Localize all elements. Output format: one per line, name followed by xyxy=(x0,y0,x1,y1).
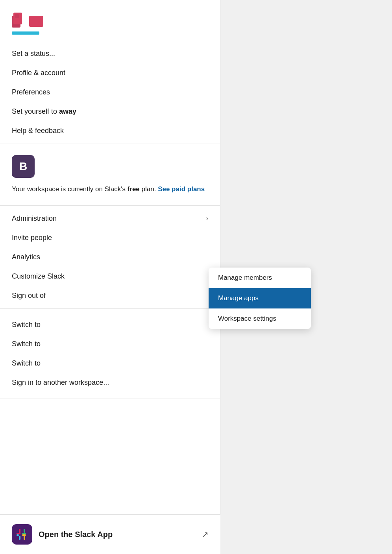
set-away-item[interactable]: Set yourself to away xyxy=(0,102,220,121)
slack-app-icon xyxy=(12,524,32,545)
divider-3 xyxy=(0,308,220,309)
preferences-item[interactable]: Preferences xyxy=(0,83,220,102)
invite-people-item[interactable]: Invite people xyxy=(0,228,220,247)
workspace-plan-text: Your workspace is currently on Slack's f… xyxy=(12,184,208,194)
workspace-avatar: B xyxy=(12,155,35,178)
external-link-icon: ↗ xyxy=(202,530,209,539)
invite-people-label: Invite people xyxy=(12,234,52,242)
analytics-item[interactable]: Analytics xyxy=(0,247,220,267)
see-paid-plans-link[interactable]: See paid plans xyxy=(158,185,205,193)
set-away-bold: away xyxy=(59,107,76,115)
chevron-right-icon: › xyxy=(206,215,208,222)
administration-label: Administration xyxy=(12,214,57,223)
logo-marks xyxy=(12,13,43,30)
analytics-label: Analytics xyxy=(12,253,40,261)
profile-account-item[interactable]: Profile & account xyxy=(0,63,220,83)
switch-to-2-item[interactable]: Switch to xyxy=(0,334,220,354)
workspace-settings-item[interactable]: Workspace settings xyxy=(209,308,311,329)
logo-left-icon xyxy=(12,13,27,30)
svg-rect-5 xyxy=(19,529,20,534)
profile-account-label: Profile & account xyxy=(12,69,65,77)
workspace-section: B Your workspace is currently on Slack's… xyxy=(0,147,220,202)
sign-in-another-item[interactable]: Sign in to another workspace... xyxy=(0,373,220,392)
workspace-settings-label: Workspace settings xyxy=(218,315,276,322)
manage-apps-item[interactable]: Manage apps xyxy=(209,288,311,308)
sign-out-label: Sign out of xyxy=(12,292,46,300)
svg-rect-10 xyxy=(22,534,26,536)
slack-logo xyxy=(12,13,43,35)
preferences-label: Preferences xyxy=(12,88,50,96)
divider-2 xyxy=(0,205,220,206)
manage-apps-label: Manage apps xyxy=(218,294,259,302)
help-feedback-item[interactable]: Help & feedback xyxy=(0,121,220,140)
administration-item[interactable]: Administration › xyxy=(0,209,220,228)
svg-rect-9 xyxy=(22,533,26,534)
customize-slack-label: Customize Slack xyxy=(12,272,65,281)
main-menu: Set a status... Profile & account Prefer… xyxy=(0,0,220,554)
switch-section: Switch to Switch to Switch to Sign in to… xyxy=(0,312,220,395)
switch-to-3-item[interactable]: Switch to xyxy=(0,354,220,373)
svg-rect-6 xyxy=(19,536,20,540)
svg-rect-3 xyxy=(29,16,43,27)
open-slack-app-section[interactable]: Open the Slack App ↗ xyxy=(0,514,220,554)
open-slack-app-label: Open the Slack App xyxy=(39,530,196,539)
svg-rect-7 xyxy=(17,534,19,536)
svg-rect-11 xyxy=(24,536,25,540)
set-status-item[interactable]: Set a status... xyxy=(0,44,220,63)
set-status-label: Set a status... xyxy=(12,50,55,58)
manage-members-label: Manage members xyxy=(218,274,272,281)
plan-bold: free xyxy=(128,185,140,193)
slack-hash-icon xyxy=(15,527,29,541)
sign-out-item[interactable]: Sign out of xyxy=(0,286,220,305)
customize-slack-item[interactable]: Customize Slack xyxy=(0,267,220,286)
set-away-prefix: Set yourself to xyxy=(12,107,59,115)
switch-to-3-label: Switch to xyxy=(12,359,41,367)
logo-right-icon xyxy=(29,16,43,30)
switch-to-1-label: Switch to xyxy=(12,321,41,329)
workspace-avatar-letter: B xyxy=(19,160,27,173)
logo-bar xyxy=(12,31,39,35)
manage-members-item[interactable]: Manage members xyxy=(209,268,311,288)
svg-rect-2 xyxy=(15,14,19,18)
switch-to-2-label: Switch to xyxy=(12,340,41,348)
sign-in-another-label: Sign in to another workspace... xyxy=(12,379,109,387)
svg-rect-8 xyxy=(24,529,25,533)
divider-4 xyxy=(0,399,220,399)
divider-1 xyxy=(0,144,220,144)
switch-to-1-item[interactable]: Switch to xyxy=(0,315,220,334)
administration-submenu: Manage members Manage apps Workspace set… xyxy=(209,268,311,329)
set-away-text: Set yourself to away xyxy=(12,107,76,116)
logo-area xyxy=(0,0,220,44)
help-feedback-label: Help & feedback xyxy=(12,127,64,135)
